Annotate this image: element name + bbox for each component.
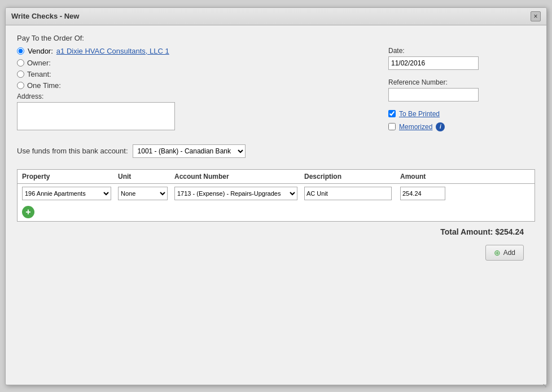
owner-label: Owner:	[27, 59, 51, 67]
address-input[interactable]	[17, 102, 175, 130]
total-label: Total Amount:	[440, 227, 493, 236]
to-be-printed-checkbox[interactable]	[388, 110, 396, 117]
line-items-table: Property Unit Account Number Description…	[17, 169, 535, 222]
bank-account-label: Use funds from this bank account:	[17, 147, 128, 155]
to-be-printed-label[interactable]: To Be Printed	[399, 110, 440, 118]
bank-account-select[interactable]: 1001 - (Bank) - Canadian Bank	[133, 144, 246, 158]
vendor-label: Vendor:	[28, 47, 53, 55]
dialog-title: Write Checks - New	[11, 12, 79, 20]
reference-label: Reference Number:	[388, 78, 535, 86]
table-header: Property Unit Account Number Description…	[17, 170, 535, 184]
account-cell: 1713 - (Expense) - Repairs-Upgrades	[174, 187, 304, 200]
main-content: Vendor: a1 Dixie HVAC Consultants, LLC 1…	[17, 47, 535, 136]
close-button[interactable]: ×	[531, 11, 541, 21]
tenant-label: Tenant:	[27, 70, 51, 78]
owner-option: Owner:	[17, 59, 377, 67]
address-label: Address:	[17, 93, 377, 100]
unit-cell: None	[118, 187, 174, 200]
tenant-option: Tenant:	[17, 70, 377, 78]
owner-radio[interactable]	[17, 59, 24, 67]
add-button[interactable]: ⊕ Add	[485, 245, 524, 261]
amount-input[interactable]	[400, 187, 445, 200]
title-bar: Write Checks - New ×	[6, 8, 546, 25]
vendor-row: Vendor: a1 Dixie HVAC Consultants, LLC 1	[17, 47, 377, 55]
amount-header: Amount	[400, 173, 457, 180]
dialog-body: Pay To the Order Of: Vendor: a1 Dixie HV…	[6, 25, 546, 385]
unit-header: Unit	[118, 173, 174, 180]
date-input[interactable]	[388, 56, 479, 70]
onetime-option: One Time:	[17, 81, 377, 90]
right-section: Date: Reference Number: To Be Printed Me…	[377, 47, 535, 136]
property-cell: 196 Annie Apartments	[22, 187, 118, 200]
onetime-radio[interactable]	[17, 82, 24, 89]
onetime-label: One Time:	[27, 81, 61, 90]
tenant-radio[interactable]	[17, 71, 24, 78]
bottom-bar: ⊕ Add	[17, 242, 535, 269]
account-select[interactable]: 1713 - (Expense) - Repairs-Upgrades	[174, 187, 297, 200]
memorized-checkbox[interactable]	[388, 123, 396, 130]
pay-to-label: Pay To the Order Of:	[17, 34, 535, 42]
write-checks-dialog: Write Checks - New × Pay To the Order Of…	[5, 7, 547, 385]
total-value: $254.24	[495, 227, 524, 236]
resize-handle[interactable]: ⤡	[542, 382, 549, 389]
memorized-row: Memorized i	[388, 122, 535, 131]
memorized-info-icon[interactable]: i	[436, 122, 445, 131]
memorized-label[interactable]: Memorized	[399, 123, 432, 131]
description-cell	[304, 187, 400, 200]
description-input[interactable]	[304, 187, 392, 200]
property-header: Property	[22, 173, 118, 180]
vendor-radio[interactable]	[17, 47, 24, 55]
unit-select[interactable]: None	[118, 187, 168, 200]
left-section: Vendor: a1 Dixie HVAC Consultants, LLC 1…	[17, 47, 377, 136]
reference-input[interactable]	[388, 88, 479, 102]
vendor-link[interactable]: a1 Dixie HVAC Consultants, LLC 1	[56, 47, 169, 55]
table-row: 196 Annie Apartments None 1713 - (Expens…	[17, 184, 535, 203]
property-select[interactable]: 196 Annie Apartments	[22, 187, 111, 200]
bank-account-row: Use funds from this bank account: 1001 -…	[17, 144, 535, 158]
date-label: Date:	[388, 47, 535, 55]
account-header: Account Number	[174, 173, 304, 180]
to-be-printed-row: To Be Printed	[388, 110, 535, 118]
add-plus-icon: ⊕	[494, 248, 501, 257]
total-row: Total Amount: $254.24	[17, 222, 535, 242]
amount-cell	[400, 187, 457, 200]
add-row-button[interactable]: +	[22, 206, 34, 218]
add-button-label: Add	[503, 249, 515, 257]
description-header: Description	[304, 173, 400, 180]
